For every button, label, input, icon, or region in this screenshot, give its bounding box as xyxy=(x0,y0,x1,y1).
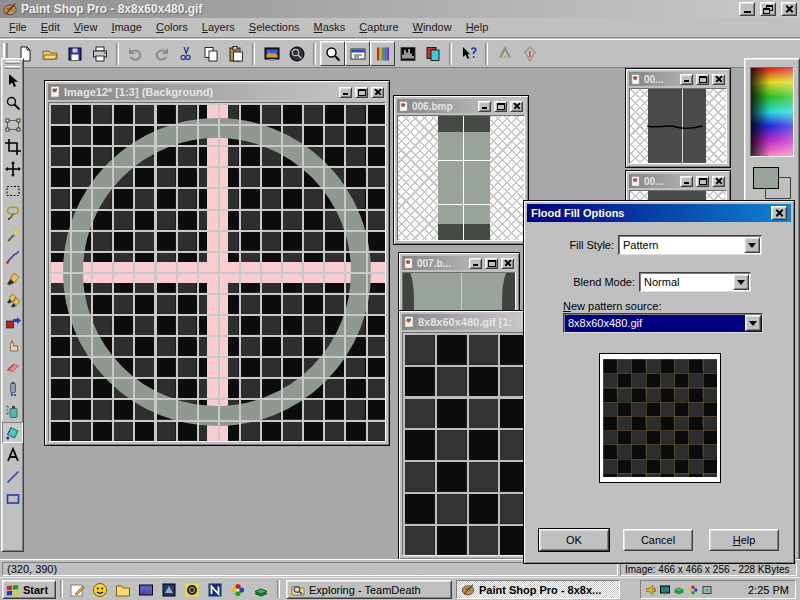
fill-style-dropdown[interactable]: Pattern xyxy=(618,235,762,255)
paste-button[interactable] xyxy=(223,41,248,66)
browse-button[interactable] xyxy=(284,41,309,66)
context-help-button[interactable] xyxy=(456,41,481,66)
window-image12-titlebar[interactable]: Image12* [1:3] (Background) xyxy=(48,84,386,100)
window-006bmp[interactable]: 006.bmp xyxy=(393,95,529,245)
dropdown-arrow-button[interactable] xyxy=(745,315,761,331)
pattern-source-dropdown[interactable]: 8x8x60x480.gif xyxy=(563,313,763,333)
close-button[interactable] xyxy=(371,87,384,98)
paintbrush-tool[interactable] xyxy=(2,268,23,289)
window-small-mid-titlebar[interactable]: 00... xyxy=(629,174,727,188)
window-007bmp-titlebar[interactable]: 007.b... xyxy=(402,256,516,270)
dropdown-arrow-button[interactable] xyxy=(733,274,749,290)
menu-window[interactable]: Window xyxy=(406,18,459,37)
mover-tool[interactable] xyxy=(2,158,23,179)
help-button[interactable]: Help xyxy=(709,529,779,551)
selection-tool[interactable] xyxy=(2,180,23,201)
quicklaunch-netscape[interactable] xyxy=(204,581,225,599)
minimize-button[interactable] xyxy=(478,101,491,112)
menu-capture[interactable]: Capture xyxy=(352,18,405,37)
window-8x8gif[interactable]: 8x8x60x480.gif [1: xyxy=(398,310,531,560)
display-icon[interactable] xyxy=(659,584,671,596)
eraser-tool[interactable] xyxy=(2,356,23,377)
tool-options-button[interactable] xyxy=(345,41,370,66)
magic-wand-tool[interactable] xyxy=(2,224,23,245)
menu-colors[interactable]: Colors xyxy=(149,18,195,37)
full-screen-preview-button[interactable] xyxy=(259,41,284,66)
redo-button[interactable] xyxy=(148,41,173,66)
blend-mode-dropdown[interactable]: Normal xyxy=(639,272,751,292)
cancel-button[interactable]: Cancel xyxy=(623,529,693,551)
deformation-tool[interactable] xyxy=(2,114,23,135)
app-titlebar[interactable]: Paint Shop Pro - 8x8x60x480.gif xyxy=(0,0,800,18)
zoom-toggle-button[interactable] xyxy=(320,41,345,66)
maximize-button[interactable] xyxy=(696,74,709,85)
picture-tube-tool[interactable] xyxy=(2,378,23,399)
maximize-button[interactable] xyxy=(494,101,507,112)
color-palette-button[interactable] xyxy=(370,41,395,66)
close-button[interactable] xyxy=(781,2,797,16)
save-button[interactable] xyxy=(62,41,87,66)
menu-layers[interactable]: Layers xyxy=(195,18,242,37)
book-tray-icon[interactable] xyxy=(673,584,685,596)
maximize-button[interactable] xyxy=(355,87,368,98)
window-small-top[interactable]: 00... xyxy=(625,68,731,168)
ok-button[interactable]: OK xyxy=(539,529,609,551)
color-picker-rainbow[interactable] xyxy=(750,67,794,157)
canvas-8x8gif[interactable] xyxy=(402,332,527,556)
window-006bmp-titlebar[interactable]: 006.bmp xyxy=(397,99,525,113)
minimize-button[interactable] xyxy=(339,87,352,98)
dropdown-arrow-button[interactable] xyxy=(744,237,760,253)
dialog-close-button[interactable] xyxy=(771,206,787,220)
minimize-button[interactable] xyxy=(680,74,693,85)
maximize-button[interactable] xyxy=(696,176,709,187)
pinwheel-tray-icon[interactable] xyxy=(687,584,699,596)
open-button[interactable] xyxy=(37,41,62,66)
restore-button[interactable] xyxy=(760,2,776,16)
shape-tool[interactable] xyxy=(2,488,23,509)
histogram-button[interactable] xyxy=(395,41,420,66)
menu-masks[interactable]: Masks xyxy=(307,18,353,37)
window-small-top-titlebar[interactable]: 00... xyxy=(629,72,727,86)
chip-tray-icon[interactable] xyxy=(701,584,713,596)
dialog-titlebar[interactable]: Flood Fill Options xyxy=(527,204,791,222)
menu-selections[interactable]: Selections xyxy=(242,18,307,37)
window-8x8gif-titlebar[interactable]: 8x8x60x480.gif [1: xyxy=(402,314,527,330)
clone-brush-tool[interactable] xyxy=(2,290,23,311)
start-button[interactable]: Start xyxy=(2,580,56,599)
copy-button[interactable] xyxy=(198,41,223,66)
close-button[interactable] xyxy=(501,258,514,269)
menu-view[interactable]: View xyxy=(67,18,105,37)
undo-button[interactable] xyxy=(123,41,148,66)
crop-tool[interactable] xyxy=(2,136,23,157)
quicklaunch-app[interactable] xyxy=(158,581,179,599)
quicklaunch-book[interactable] xyxy=(250,581,271,599)
task-paintshoppro[interactable]: Paint Shop Pro - 8x8x... xyxy=(456,580,620,599)
maximize-button[interactable] xyxy=(485,258,498,269)
canvas-006bmp[interactable] xyxy=(397,115,525,241)
menu-help[interactable]: Help xyxy=(459,18,496,37)
menu-file[interactable]: File xyxy=(2,18,34,37)
arrow-tool[interactable] xyxy=(2,70,23,91)
menu-image[interactable]: Image xyxy=(104,18,149,37)
flood-fill-tool[interactable] xyxy=(2,422,23,443)
quicklaunch-folder[interactable] xyxy=(112,581,133,599)
palette-grip[interactable] xyxy=(5,61,20,64)
quicklaunch-pinwheel[interactable] xyxy=(227,581,248,599)
cut-button[interactable] xyxy=(173,41,198,66)
airbrush-tool[interactable] xyxy=(2,400,23,421)
screen-colors-button[interactable] xyxy=(420,41,445,66)
close-button[interactable] xyxy=(712,176,725,187)
palette-grip[interactable] xyxy=(5,66,20,69)
window-image12[interactable]: Image12* [1:3] (Background) xyxy=(44,80,390,446)
lasso-tool[interactable] xyxy=(2,202,23,223)
canvas-image12[interactable] xyxy=(48,102,386,442)
quicklaunch-notes[interactable] xyxy=(66,581,87,599)
quicklaunch-smiley[interactable] xyxy=(89,581,110,599)
volume-icon[interactable] xyxy=(645,584,657,596)
zoom-tool[interactable] xyxy=(2,92,23,113)
dropper-tool[interactable] xyxy=(2,246,23,267)
minimize-button[interactable] xyxy=(469,258,482,269)
retouch-tool[interactable] xyxy=(2,334,23,355)
menu-edit[interactable]: Edit xyxy=(34,18,67,37)
quicklaunch-browser[interactable] xyxy=(181,581,202,599)
